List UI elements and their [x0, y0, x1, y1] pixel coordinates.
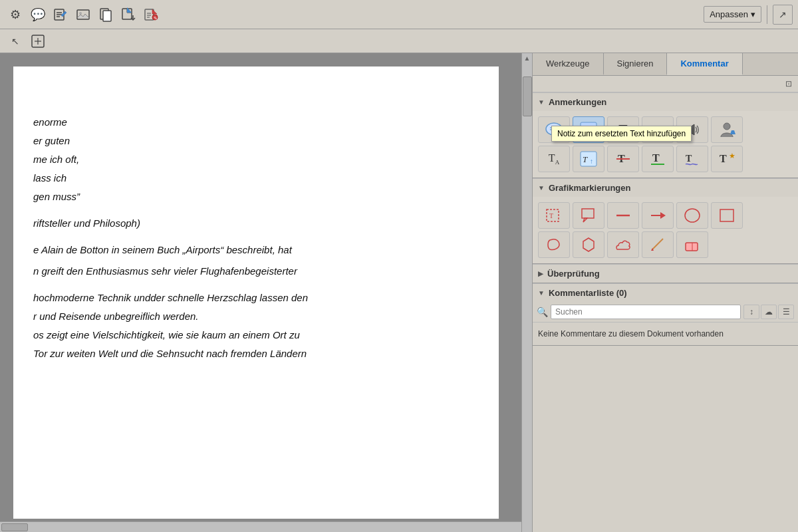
pdf-area: enorme er guten me ich oft, lass ich gen… — [0, 53, 532, 532]
secondary-toolbar: ↖ — [0, 29, 798, 53]
tooltip-replace-text: Notiz zum ersetzten Text hinzufügen — [551, 126, 692, 142]
rectangle-button[interactable] — [711, 202, 743, 229]
export-icon[interactable] — [118, 5, 138, 25]
no-comments-message: Keine Kommentare zu diesem Dokument vorh… — [533, 323, 798, 345]
comment-search-bar: 🔍 ↕ ☁ ☰ — [533, 302, 798, 323]
anmerkungen-title: Anmerkungen — [549, 97, 606, 107]
search-icon: 🔍 — [537, 307, 548, 317]
svg-line-52 — [652, 239, 663, 249]
svg-marker-51 — [583, 238, 594, 251]
anpassen-chevron: ▾ — [751, 9, 755, 19]
strikethrough-button[interactable]: T — [607, 146, 639, 172]
text-box-button[interactable]: T — [538, 202, 570, 229]
underline-button[interactable]: T — [642, 146, 674, 172]
svg-marker-10 — [127, 7, 132, 13]
ueberpruefung-title: Überprüfung — [547, 269, 600, 279]
ueberpruefung-header[interactable]: ▶ Überprüfung — [533, 264, 798, 283]
svg-text:T: T — [720, 153, 727, 164]
sort-button[interactable]: ↕ — [743, 305, 759, 319]
panel-content: ▼ Anmerkungen — [533, 92, 798, 532]
svg-text:★: ★ — [729, 152, 735, 160]
kommentarliste-header[interactable]: ▼ Kommentarliste (0) — [533, 283, 798, 302]
pages-icon[interactable] — [96, 5, 116, 25]
svg-text:T: T — [686, 154, 692, 164]
arrow-button[interactable] — [642, 202, 674, 229]
panel-tabs: Werkzeuge Signieren Kommentar — [533, 53, 798, 76]
tooltip-text: Notiz zum ersetzten Text hinzufügen — [557, 129, 686, 138]
text-small-icon: TA — [549, 152, 559, 166]
svg-text:T: T — [583, 154, 588, 164]
svg-point-49 — [685, 209, 700, 222]
anpassen-button[interactable]: Anpassen ▾ — [704, 6, 761, 23]
kommentarliste-arrow: ▼ — [538, 289, 545, 297]
horizontal-scrollbar[interactable] — [0, 521, 521, 532]
expand-button[interactable]: ↗ — [773, 5, 793, 25]
ueberpruefung-arrow: ▶ — [538, 270, 543, 277]
cursor-tool-button[interactable]: ↖ — [5, 31, 25, 51]
svg-rect-50 — [720, 209, 733, 221]
pdf-page: enorme er guten me ich oft, lass ich gen… — [13, 66, 499, 519]
comment-search-input[interactable] — [551, 305, 741, 319]
anmerkungen-section: ▼ Anmerkungen — [533, 92, 798, 178]
scrollbar-thumb[interactable] — [523, 76, 532, 116]
text-small-button[interactable]: TA — [538, 146, 570, 172]
tab-signieren[interactable]: Signieren — [604, 53, 668, 75]
svg-text:✎: ✎ — [154, 15, 158, 20]
grafikmarkierungen-header[interactable]: ▼ Grafikmarkierungen — [533, 178, 798, 197]
edit-icon[interactable]: ✎ — [141, 5, 161, 25]
kommentarliste-title: Kommentarliste (0) — [549, 288, 627, 298]
tab-werkzeuge[interactable]: Werkzeuge — [533, 53, 604, 75]
svg-marker-31 — [730, 130, 735, 134]
eraser-button[interactable] — [676, 231, 708, 258]
svg-marker-45 — [583, 218, 587, 222]
toolbar-right: Anpassen ▾ ↗ — [704, 5, 793, 25]
pencil-tool-button[interactable] — [642, 231, 674, 258]
squiggle-button[interactable]: T — [676, 146, 708, 172]
text-edit-icon[interactable] — [51, 5, 70, 25]
panel-header-extra: ⊡ — [533, 76, 798, 92]
callout-button[interactable] — [573, 202, 604, 229]
scroll-up-button[interactable]: ▲ — [523, 53, 532, 63]
svg-marker-13 — [152, 9, 157, 14]
svg-marker-48 — [660, 212, 666, 219]
grafikmarkierungen-body: T — [533, 197, 798, 263]
more-button[interactable]: ☰ — [778, 305, 794, 319]
right-panel: Werkzeuge Signieren Kommentar ⊡ ▼ Anmerk… — [532, 53, 798, 532]
settings-icon[interactable]: ⚙ — [5, 5, 25, 25]
circle-button[interactable] — [676, 202, 708, 229]
stamp-button[interactable] — [711, 116, 743, 143]
insert-text-button[interactable]: T ↑ — [573, 146, 604, 172]
graphic-tools-row2 — [538, 231, 793, 258]
grafikmarkierungen-arrow: ▼ — [538, 184, 545, 192]
vertical-scrollbar[interactable]: ▲ — [521, 53, 532, 532]
kommentarliste-section: ▼ Kommentarliste (0) 🔍 ↕ ☁ ☰ Keine Komme… — [533, 283, 798, 346]
svg-rect-44 — [582, 209, 594, 218]
image-icon[interactable] — [73, 5, 93, 25]
anpassen-label: Anpassen — [710, 9, 748, 19]
freehand-button[interactable] — [607, 231, 639, 258]
freeform-polygon-button[interactable] — [538, 231, 570, 258]
line-button[interactable] — [607, 202, 639, 229]
panel-expand-icon[interactable]: ⊡ — [782, 77, 795, 90]
main-toolbar: ⚙ 💬 — [0, 0, 798, 29]
speech-bubble-icon[interactable]: 💬 — [28, 5, 48, 25]
svg-text:T: T — [549, 212, 553, 219]
svg-rect-55 — [686, 243, 698, 251]
tab-kommentar[interactable]: Kommentar — [667, 53, 742, 75]
grafikmarkierungen-section: ▼ Grafikmarkierungen T — [533, 178, 798, 264]
svg-text:↑: ↑ — [590, 158, 593, 165]
ueberpruefung-section: ▶ Überprüfung — [533, 264, 798, 283]
horizontal-scrollbar-thumb[interactable] — [1, 523, 28, 531]
pdf-text-content: enorme er guten me ich oft, lass ich gen… — [33, 93, 479, 362]
polygon-button[interactable] — [573, 231, 604, 258]
anmerkungen-tools-row2: TA T ↑ T — [538, 146, 793, 172]
svg-text:T: T — [652, 152, 660, 164]
filter-button[interactable]: ☁ — [761, 305, 777, 319]
main-area: enorme er guten me ich oft, lass ich gen… — [0, 53, 798, 532]
svg-rect-8 — [103, 11, 111, 21]
text-star-button[interactable]: T ★ — [711, 146, 743, 172]
comment-actions: ↕ ☁ ☰ — [743, 305, 794, 319]
grafikmarkierungen-title: Grafikmarkierungen — [549, 183, 631, 193]
anmerkungen-header[interactable]: ▼ Anmerkungen — [533, 92, 798, 111]
zoom-tool-button[interactable] — [28, 31, 48, 51]
